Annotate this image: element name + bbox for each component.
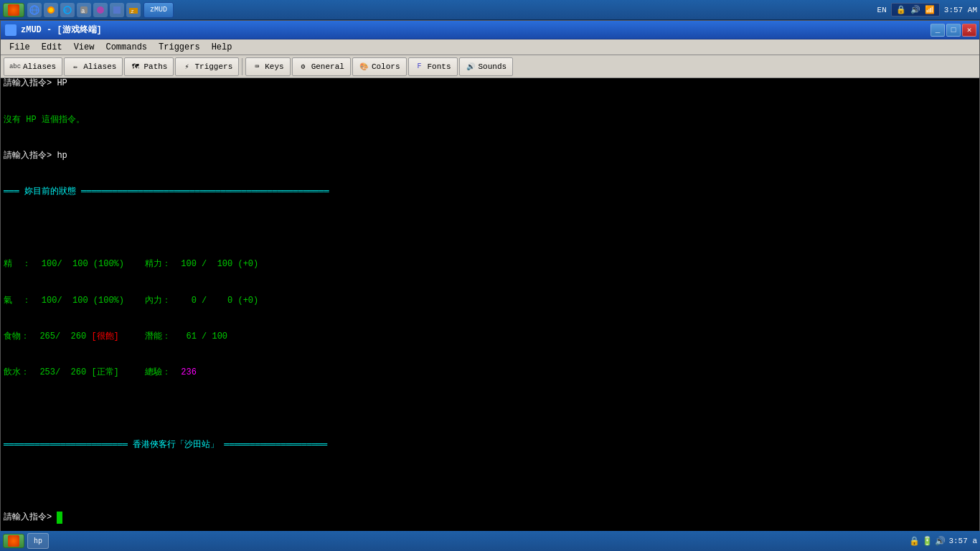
keys-button[interactable]: ⌨ Keys	[245, 57, 290, 76]
fonts-label: Fonts	[428, 62, 451, 71]
app2-icon[interactable]	[93, 3, 108, 17]
window-titlebar: zMUD - [游戏终端] _ □ ✕	[1, 21, 979, 39]
general-icon: ⚙	[298, 62, 308, 72]
terminal-line: 食物： 265/ 260 [很飽] 潛能： 61 / 100	[4, 331, 976, 343]
toolbar: abc Aliases ✏️ Aliases 🗺 Paths ⚡ Trigger…	[1, 55, 979, 78]
triggers-button[interactable]: ⚡ Triggers	[175, 57, 239, 76]
app1-icon[interactable]: a	[77, 3, 91, 17]
minimize-button[interactable]: _	[930, 24, 945, 37]
terminal-line: 精 ： 100/ 100 (100%) 精力： 100 / 100 (+0)	[4, 258, 976, 270]
menu-file[interactable]: File	[4, 41, 36, 54]
app4-icon[interactable]: z	[126, 3, 141, 17]
sounds-label: Sounds	[479, 62, 507, 71]
terminal-line: ═══ 妳目前的狀態 ═════════════════════════════…	[4, 186, 976, 198]
terminal-content: 明教光明頂「烈火旗後門」 遊蕩就是烈火旗的後門，後面就是明教總舵所在，門宇軒大，…	[4, 78, 976, 547]
firefox-icon[interactable]	[44, 3, 58, 17]
keys-label: Keys	[265, 62, 283, 71]
terminal-line: 飲水： 253/ 260 [正常] 總驗： 236	[4, 367, 976, 379]
menubar: File Edit View Commands Triggers Help	[1, 39, 979, 55]
menu-view[interactable]: View	[68, 41, 100, 54]
terminal-input-prompt: 請輸入指令>	[4, 512, 976, 524]
aliases-label: Aliases	[23, 62, 56, 71]
volume-icon: 🔊	[910, 5, 920, 14]
aliases-icon: abc	[10, 62, 20, 72]
volume-bottom-icon: 🔊	[935, 536, 946, 547]
svg-rect-10	[113, 6, 121, 14]
terminal-window[interactable]: 明教光明頂「烈火旗後門」 遊蕩就是烈火旗的後門，後面就是明教總舵所在，門宇軒大，…	[1, 78, 979, 550]
clock-time: 3:57 AM	[944, 6, 977, 14]
main-window: zMUD - [游戏终端] _ □ ✕ File Edit View Comma…	[0, 20, 980, 551]
window-title-text: zMUD - [游戏终端]	[21, 24, 102, 36]
sounds-icon: 🔊	[466, 62, 476, 72]
paths-button[interactable]: 🗺 Paths	[124, 57, 174, 76]
taskbar-bottom: hp 🔒 🔋 🔊 3:57 a	[0, 531, 980, 551]
window-title-area: zMUD - [游戏终端]	[5, 24, 102, 36]
paths-icon: 🗺	[131, 62, 141, 72]
svg-text:e: e	[64, 7, 67, 14]
colors-icon: 🎨	[359, 62, 369, 72]
terminal-line	[4, 222, 976, 235]
start-button[interactable]	[3, 3, 24, 17]
aliases2-button[interactable]: ✏️ Aliases	[64, 57, 123, 76]
general-button[interactable]: ⚙ General	[292, 57, 351, 76]
window-controls: _ □ ✕	[930, 24, 976, 37]
menu-commands[interactable]: Commands	[100, 41, 153, 54]
colors-label: Colors	[372, 62, 400, 71]
aliases2-icon: ✏️	[70, 62, 80, 72]
terminal-line: 氣 ： 100/ 100 (100%) 內力： 0 / 0 (+0)	[4, 295, 976, 307]
maximize-button[interactable]: □	[946, 24, 961, 37]
close-button[interactable]: ✕	[962, 24, 976, 37]
fonts-icon: F	[415, 62, 425, 72]
windows-logo-bottom-icon	[8, 535, 19, 547]
svg-text:z: z	[131, 8, 134, 14]
windows-logo-icon	[8, 4, 19, 16]
battery-icon: 🔋	[922, 536, 933, 547]
paths-label: Paths	[143, 62, 167, 71]
terminal-line: 請輸入指令> hp	[4, 150, 976, 162]
menu-triggers[interactable]: Triggers	[153, 41, 206, 54]
quick-launch: e a z	[27, 3, 141, 17]
menu-edit[interactable]: Edit	[36, 41, 68, 54]
terminal-line: 沒有 HP 這個指令。	[4, 114, 976, 126]
terminal-line: 請輸入指令> HP	[4, 78, 976, 90]
system-tray: 🔒 🔊 📶	[891, 3, 940, 17]
fonts-button[interactable]: F Fonts	[408, 57, 458, 76]
aliases2-label: Aliases	[83, 62, 116, 71]
svg-point-4	[49, 8, 53, 12]
network-icon: 🔒	[896, 5, 906, 14]
svg-point-9	[97, 6, 104, 14]
svg-text:a: a	[81, 8, 85, 15]
terminal-line: ════════════════════════ 香港俠客行「沙田站」 ════…	[4, 439, 976, 451]
system-clock: 3:57 AM	[944, 6, 977, 14]
bottom-clock: 3:57 a	[948, 537, 977, 545]
taskbar-apps: zMUD	[143, 2, 174, 18]
general-label: General	[311, 62, 344, 71]
triggers-icon: ⚡	[182, 62, 192, 72]
menu-help[interactable]: Help	[206, 41, 238, 54]
connection-icon: 📶	[925, 5, 935, 14]
language-indicator: EN	[877, 6, 887, 14]
terminal-line	[4, 403, 976, 415]
network-bottom-icon: 🔒	[909, 536, 920, 547]
sys-tray-bottom: 🔒 🔋 🔊	[909, 536, 946, 547]
start-button-bottom[interactable]	[3, 534, 24, 548]
sounds-button[interactable]: 🔊 Sounds	[459, 57, 514, 76]
bottom-clock-time: 3:57 a	[948, 537, 977, 545]
zmud-bottom-app[interactable]: hp	[27, 533, 49, 549]
ie2-icon[interactable]: e	[60, 3, 75, 17]
toolbar-sep1	[242, 58, 242, 75]
zmud-bottom-app-label: hp	[34, 537, 42, 545]
window-app-icon	[5, 24, 17, 36]
ie-icon[interactable]	[27, 3, 42, 17]
taskbar-bottom-right: 🔒 🔋 🔊 3:57 a	[909, 536, 977, 547]
colors-button[interactable]: 🎨 Colors	[352, 57, 407, 76]
zmud-app-label: zMUD	[150, 6, 167, 14]
taskbar-left: e a z zMUD	[3, 2, 174, 18]
keys-icon: ⌨	[252, 62, 262, 72]
app3-icon[interactable]	[110, 3, 124, 17]
terminal-line	[4, 476, 976, 488]
zmud-taskbar-app[interactable]: zMUD	[143, 2, 174, 18]
triggers-label: Triggers	[194, 62, 232, 71]
taskbar-top: e a z zMUD EN 🔒 🔊 📶	[0, 0, 980, 20]
aliases-button[interactable]: abc Aliases	[4, 57, 62, 76]
